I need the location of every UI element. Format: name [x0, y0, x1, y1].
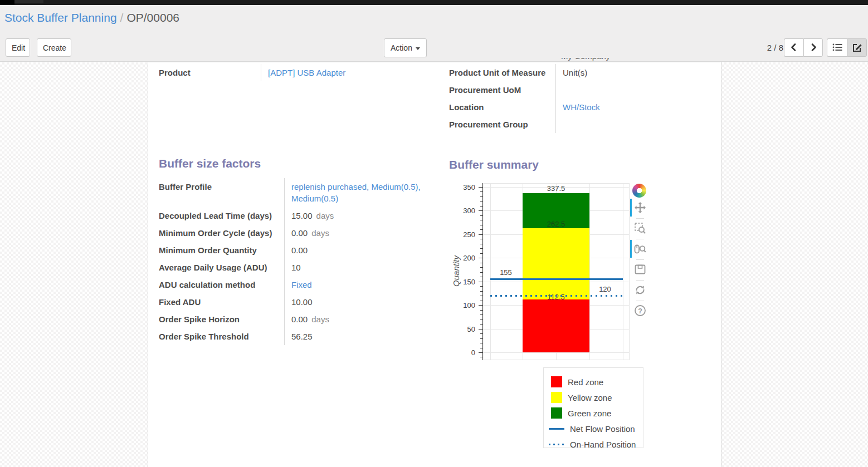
field-value-link[interactable]: [ADPT] USB Adapter	[268, 68, 345, 77]
chart-legend: Red zoneYellow zoneGreen zoneNet Flow Po…	[543, 367, 643, 448]
pager-nav	[784, 38, 823, 57]
pan-tool-icon[interactable]	[634, 201, 646, 214]
y-minor-tick	[480, 220, 483, 220]
field-value-link[interactable]: replenish purchased, Medium(0.5), Medium…	[291, 182, 421, 203]
legend-item: Yellow zone	[544, 390, 643, 405]
field-label: Product	[159, 64, 261, 81]
y-minor-tick	[480, 348, 483, 348]
field-value: 0.00days	[284, 311, 432, 328]
y-minor-tick	[480, 239, 483, 239]
active-tool-indicator	[630, 240, 632, 258]
field-value: Fixed	[284, 276, 432, 293]
field-value-text: 10	[291, 263, 301, 272]
field-value: 0.00days	[284, 224, 432, 242]
y-tick-label: 0	[452, 348, 475, 357]
breadcrumb-parent-link[interactable]: Stock Buffer Planning	[4, 11, 117, 24]
edit-form-icon	[852, 42, 862, 53]
y-minor-tick	[480, 196, 483, 197]
field-group-product: Product[ADPT] USB Adapter	[159, 64, 393, 81]
y-tick-label: 50	[452, 325, 475, 333]
legend-item: On-Hand Position	[544, 436, 643, 452]
field-value-text: 0.00	[291, 228, 308, 238]
field-value-text: 10.00	[291, 297, 313, 307]
field-value-link[interactable]: WH/Stock	[563, 102, 600, 112]
field-group-procurement: Product Unit of MeasureUnit(s)Procuremen…	[449, 64, 705, 133]
field-value-link[interactable]: Fixed	[291, 280, 312, 289]
net-flow-position-label: 155	[492, 268, 520, 277]
field-value: 0.00	[284, 242, 432, 259]
field-value: 56.25	[284, 328, 432, 345]
svg-text:?: ?	[638, 307, 642, 315]
y-major-tick	[479, 282, 483, 282]
pager-previous-button[interactable]	[784, 38, 803, 57]
caret-down-icon	[416, 47, 420, 50]
field-value: 15.00days	[284, 207, 432, 224]
y-major-tick	[479, 352, 483, 353]
toolbar-separator	[636, 280, 644, 281]
net-flow-line-swatch	[549, 428, 564, 430]
group-title-buffer-summary: Buffer summary	[449, 158, 539, 171]
breadcrumb: Stock Buffer Planning/OP/00006	[4, 11, 179, 24]
field-value-text: 0.00	[291, 314, 308, 324]
control-panel: Stock Buffer Planning/OP/00006 Edit Crea…	[0, 5, 868, 62]
field-label: Order Spike Threshold	[159, 328, 284, 345]
os-menu-notch2	[14, 0, 43, 3]
y-minor-tick	[480, 225, 483, 225]
os-menu-bar	[0, 0, 868, 5]
y-minor-tick	[480, 229, 483, 230]
legend-label: Red zone	[568, 377, 603, 387]
edit-button[interactable]: Edit	[6, 38, 30, 57]
field-group-buffer-factors: Buffer Profilereplenish purchased, Mediu…	[159, 178, 432, 345]
form-view-button[interactable]	[847, 38, 867, 57]
field-label: ADU calculation method	[159, 276, 284, 293]
on-hand-dots-swatch	[549, 444, 564, 445]
list-view-button[interactable]	[827, 38, 847, 57]
y-minor-tick	[480, 333, 483, 334]
pager-next-button[interactable]	[803, 38, 823, 57]
y-major-tick	[479, 329, 483, 330]
legend-label: Green zone	[568, 409, 611, 418]
list-icon	[832, 42, 843, 52]
legend-label: Yellow zone	[568, 393, 612, 402]
green-zone-swatch	[551, 407, 562, 419]
y-major-tick	[479, 305, 483, 306]
clipped-row-fragment: My Company	[561, 58, 650, 62]
y-minor-tick	[480, 296, 483, 296]
field-value: Unit(s)	[555, 64, 705, 81]
field-label: Minimum Order Quantity	[159, 242, 284, 259]
on-hand-position-line	[490, 295, 623, 297]
y-minor-tick	[480, 244, 483, 244]
y-major-tick	[479, 210, 483, 211]
box-zoom-tool-icon[interactable]	[634, 222, 646, 234]
zone-value-label: 262.5	[523, 220, 589, 228]
reset-tool-icon[interactable]	[634, 284, 646, 296]
wheel-zoom-tool-icon[interactable]	[634, 243, 646, 255]
toolbar-separator	[636, 239, 644, 239]
save-tool-icon[interactable]	[634, 263, 646, 276]
field-label: Procurement Group	[449, 116, 555, 133]
y-minor-tick	[480, 201, 483, 201]
field-label: Fixed ADU	[159, 293, 284, 311]
toolbar-separator	[636, 301, 644, 301]
yellow-zone	[523, 228, 589, 299]
y-minor-tick	[480, 343, 483, 343]
y-minor-tick	[480, 301, 483, 301]
net-flow-position-line	[490, 278, 623, 280]
breadcrumb-current: OP/00006	[126, 11, 179, 24]
zone-value-label: 337.5	[523, 184, 589, 193]
y-minor-tick	[480, 310, 483, 311]
on-hand-position-label: 120	[591, 285, 619, 293]
pager-counter: 2 / 8	[758, 43, 783, 52]
action-dropdown-button[interactable]: Action	[384, 38, 427, 57]
y-minor-tick	[480, 191, 483, 192]
y-tick-label: 250	[452, 230, 475, 239]
create-button[interactable]: Create	[37, 38, 71, 57]
bokeh-logo-icon[interactable]	[632, 184, 646, 198]
help-tool-icon[interactable]: ?	[634, 304, 646, 317]
active-tool-indicator	[630, 199, 632, 217]
y-minor-tick	[480, 263, 483, 263]
field-label: Location	[449, 99, 555, 116]
y-minor-tick	[480, 248, 483, 249]
field-label: Buffer Profile	[159, 178, 284, 207]
y-minor-tick	[480, 286, 483, 287]
